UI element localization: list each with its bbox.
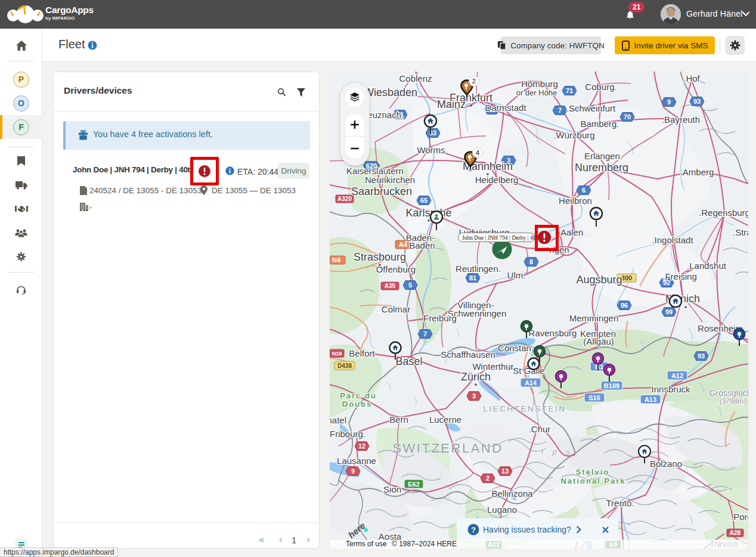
svg-text:D438: D438 — [337, 363, 352, 369]
svg-text:.Hof: .Hof — [683, 73, 700, 83]
svg-text:Darmstadt: Darmstadt — [485, 103, 526, 113]
svg-text:A320: A320 — [337, 196, 352, 202]
svg-text:99: 99 — [665, 308, 673, 315]
svg-text:.Schweinfurt: .Schweinfurt — [566, 103, 616, 113]
svg-text:Stelvio: Stelvio — [576, 468, 610, 476]
svg-text:Constan: Constan — [498, 343, 531, 353]
svg-text:Parc du: Parc du — [340, 391, 377, 400]
svg-text:Fribourg.: Fribourg. — [330, 429, 365, 439]
svg-text:Nuremberg: Nuremberg — [575, 162, 628, 174]
svg-text:.Pord: .Pord — [731, 512, 748, 522]
svg-text:.Amberg: .Amberg — [680, 167, 714, 177]
svg-text:Winterthur: Winterthur — [472, 361, 513, 372]
svg-text:Basel: Basel — [395, 355, 422, 367]
svg-text:2: 2 — [486, 475, 489, 482]
svg-text:Saarbrucken: Saarbrucken — [351, 185, 412, 197]
svg-text:S16: S16 — [588, 394, 600, 401]
svg-text:71: 71 — [566, 87, 573, 94]
svg-text:A28: A28 — [730, 530, 741, 536]
svg-text:A12: A12 — [671, 372, 683, 379]
svg-text:3: 3 — [472, 392, 476, 400]
svg-text:9: 9 — [351, 468, 355, 475]
svg-text:Reutlingen.: Reutlingen. — [456, 264, 501, 274]
svg-text:Trento.: Trento. — [606, 498, 634, 508]
svg-text:70: 70 — [624, 113, 631, 120]
svg-text:.Aalen: .Aalen — [558, 227, 584, 237]
svg-text:81: 81 — [469, 274, 476, 281]
svg-text:Freiburg: Freiburg — [423, 313, 457, 323]
svg-text:93: 93 — [693, 98, 701, 105]
svg-text:Heidelberg: Heidelberg — [475, 175, 519, 185]
svg-text:.Ingolstadt: .Ingolstadt — [652, 235, 693, 245]
svg-text:7: 7 — [423, 330, 427, 338]
svg-text:Lugano: Lugano — [487, 505, 517, 515]
svg-text:13: 13 — [501, 468, 509, 475]
svg-text:Coburg.: Coburg. — [585, 82, 616, 92]
svg-text:Ravensburg: Ravensburg — [529, 328, 577, 338]
svg-text:93: 93 — [698, 352, 705, 360]
svg-text:Karlsruhe: Karlsruhe — [405, 207, 451, 219]
svg-text:2: 2 — [472, 78, 476, 85]
svg-text:4: 4 — [476, 149, 480, 156]
svg-text:Heilbron: Heilbron — [559, 196, 592, 206]
svg-text:chatel: chatel — [330, 415, 346, 425]
svg-text:Ulm.: Ulm. — [507, 270, 526, 280]
svg-text:SWITZERLAND: SWITZERLAND — [392, 441, 503, 456]
svg-text:Belfort: Belfort — [349, 348, 375, 358]
svg-text:Erlangen.: Erlangen. — [584, 151, 622, 161]
svg-text:9: 9 — [667, 98, 671, 106]
svg-text:Coblenz: Coblenz — [399, 73, 432, 83]
svg-text:Grossglockr: Grossglockr — [709, 388, 748, 398]
svg-text:7: 7 — [558, 107, 562, 114]
svg-text:Colmar: Colmar — [382, 304, 410, 314]
svg-text:N19: N19 — [332, 351, 342, 357]
svg-text:?: ? — [471, 525, 476, 534]
svg-text:E62: E62 — [408, 481, 420, 488]
svg-text:N4: N4 — [332, 256, 341, 264]
svg-text:(3798m): (3798m) — [720, 397, 746, 406]
svg-text:Bellinzona: Bellinzona — [491, 488, 533, 499]
svg-text:LIECHTENSTEIN: LIECHTENSTEIN — [483, 404, 566, 413]
svg-text:Mainz: Mainz — [437, 98, 466, 110]
svg-text:l p s: l p s — [541, 447, 574, 456]
svg-text:Wiesbaden: Wiesbaden — [364, 86, 417, 98]
svg-text:Worms: Worms — [417, 145, 445, 155]
svg-text:Bamberg.: Bamberg. — [580, 119, 619, 129]
svg-text:8: 8 — [529, 258, 533, 265]
svg-text:A35: A35 — [385, 283, 396, 289]
svg-text:.Chur: .Chur — [529, 424, 551, 434]
svg-text:.Sion: .Sion — [381, 484, 401, 494]
svg-text:12: 12 — [358, 442, 365, 450]
svg-text:Memmingen: Memmingen — [569, 313, 619, 323]
svg-text:65: 65 — [420, 197, 427, 204]
svg-text:.Landshut: .Landshut — [687, 261, 727, 271]
svg-text:.Innsbruck: .Innsbruck — [649, 384, 690, 394]
svg-text:B189: B189 — [604, 382, 619, 389]
svg-text:.Würzburg: .Würzburg — [553, 130, 594, 140]
svg-text:.Regensburg: .Regensburg — [699, 208, 748, 218]
svg-text:6: 6 — [582, 187, 585, 194]
svg-text:.Bayreuth: .Bayreuth — [662, 115, 700, 125]
svg-text:Zürich: Zürich — [461, 371, 491, 383]
svg-text:.Freising: .Freising — [662, 271, 697, 281]
svg-text:Augsburg: Augsburg — [576, 274, 622, 286]
svg-text:Doubs: Doubs — [342, 400, 372, 409]
svg-text:Bolzano: Bolzano — [650, 459, 682, 469]
svg-text:Bern: Bern — [389, 414, 408, 425]
svg-text:(Allgäu): (Allgäu) — [583, 336, 614, 346]
svg-text:5: 5 — [408, 281, 412, 289]
svg-text:300: 300 — [621, 274, 632, 281]
svg-text:Strasbourg: Strasbourg — [354, 251, 406, 263]
svg-text:or der Höhe: or der Höhe — [516, 88, 557, 97]
svg-text:Offenburg.: Offenburg. — [376, 264, 419, 274]
svg-text:Lucerne: Lucerne — [429, 414, 461, 425]
svg-text:National Park: National Park — [560, 476, 625, 485]
svg-text:Baden.: Baden. — [409, 240, 438, 250]
svg-text:Homburg: Homburg — [521, 79, 558, 89]
svg-text:Schaffhausen: Schaffhausen — [441, 349, 495, 360]
svg-text:.Strau: .Strau — [733, 227, 748, 237]
svg-text:96: 96 — [621, 302, 628, 309]
svg-text:Lausanne: Lausanne — [337, 456, 376, 466]
svg-text:.Neunkirchen: .Neunkirchen — [362, 175, 415, 185]
svg-text:A13: A13 — [645, 396, 656, 403]
